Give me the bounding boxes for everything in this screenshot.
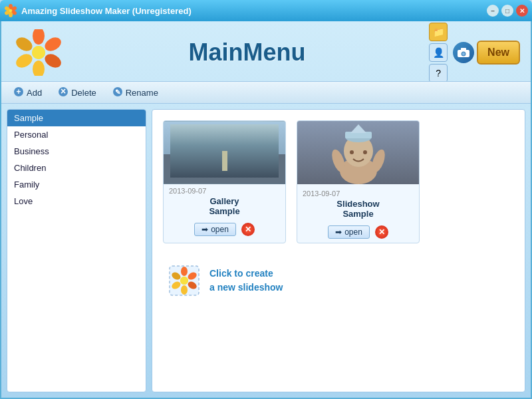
camera-icon: [453, 42, 474, 63]
user-icon-button[interactable]: 👤: [429, 43, 448, 62]
sidebar-item-business[interactable]: Business: [7, 143, 146, 160]
add-button[interactable]: + Add: [7, 85, 49, 100]
header-area: MainMenu 📁 👤 ? New: [1, 21, 531, 81]
sidebar: Sample Personal Business Children Family…: [7, 109, 146, 392]
slideshow-sample-card: 2013-09-07 SlideshowSample ➡ open ✕: [297, 120, 420, 243]
svg-point-33: [182, 141, 198, 154]
sidebar-item-children[interactable]: Children: [7, 160, 146, 176]
rename-button[interactable]: ✎ Rename: [106, 85, 165, 100]
svg-text:+: +: [16, 87, 21, 96]
slideshow-sample-actions: ➡ open ✕: [297, 223, 419, 243]
cards-row: 2013-09-07 GallerySample ➡ open ✕: [163, 120, 514, 243]
gallery-delete-button[interactable]: ✕: [241, 223, 255, 236]
create-new-text: Click to create a new slideshow: [209, 267, 283, 295]
page-title: MainMenu: [65, 39, 429, 66]
svg-rect-29: [249, 131, 276, 161]
gallery-thumbnail: [164, 121, 285, 184]
svg-point-13: [15, 35, 35, 54]
delete-icon: ×: [58, 86, 68, 99]
create-new-slideshow[interactable]: Click to create a new slideshow: [163, 259, 514, 302]
new-button[interactable]: New: [477, 41, 520, 65]
add-icon: +: [13, 86, 24, 99]
create-new-line1: Click to create: [209, 267, 283, 281]
gallery-sample-name: GallerySample: [169, 195, 280, 217]
gallery-sample-actions: ➡ open ✕: [164, 220, 285, 240]
gallery-sample-info: 2013-09-07 GallerySample: [164, 184, 285, 220]
header-actions: 📁 👤 ? New: [429, 23, 520, 82]
content-area: Sample Personal Business Children Family…: [1, 104, 531, 398]
open-icon2: ➡: [335, 227, 342, 237]
svg-point-9: [43, 35, 62, 54]
svg-rect-30: [221, 128, 224, 167]
rename-label: Rename: [126, 88, 158, 98]
svg-point-49: [181, 267, 188, 276]
delete-label: Delete: [71, 88, 96, 98]
app-title-icon: [4, 4, 17, 17]
header-logo: [12, 29, 65, 76]
sidebar-item-family[interactable]: Family: [7, 176, 146, 193]
open-icon: ➡: [201, 225, 208, 234]
svg-rect-31: [206, 131, 245, 139]
close-button[interactable]: ✕: [516, 5, 528, 17]
svg-point-45: [350, 150, 354, 154]
gallery-sample-card: 2013-09-07 GallerySample ➡ open ✕: [163, 120, 286, 243]
svg-rect-34: [189, 153, 192, 161]
create-new-line2: a new slideshow: [209, 281, 283, 295]
title-bar-left: Amazing Slideshow Maker (Unregistered): [4, 4, 192, 17]
main-content: 2013-09-07 GallerySample ➡ open ✕: [152, 109, 525, 392]
slideshow-sample-name: SlideshowSample: [303, 198, 414, 220]
svg-point-46: [363, 150, 367, 154]
svg-rect-32: [209, 141, 242, 149]
slideshow-open-button[interactable]: ➡ open: [328, 225, 370, 239]
create-new-icon: [168, 265, 200, 297]
svg-rect-36: [267, 149, 270, 156]
flower-logo-icon: [15, 29, 62, 76]
toolbar: + Add × Delete ✎ Rename: [1, 81, 531, 104]
svg-point-10: [43, 51, 62, 70]
delete-button[interactable]: × Delete: [51, 85, 103, 100]
svg-rect-26: [164, 154, 285, 184]
slideshow-sample-info: 2013-09-07 SlideshowSample: [297, 187, 419, 223]
gallery-open-button[interactable]: ➡ open: [194, 223, 236, 236]
svg-text:✎: ✎: [115, 88, 120, 96]
sidebar-item-sample[interactable]: Sample: [7, 110, 146, 126]
svg-point-11: [33, 61, 45, 76]
svg-point-18: [462, 53, 465, 55]
title-bar: Amazing Slideshow Maker (Unregistered) –…: [0, 0, 532, 21]
maximize-button[interactable]: □: [501, 5, 513, 17]
rename-icon: ✎: [112, 86, 123, 99]
svg-point-35: [262, 139, 275, 150]
slideshow-sample-date: 2013-09-07: [303, 190, 414, 198]
minimize-button[interactable]: –: [487, 5, 499, 17]
svg-point-8: [33, 29, 45, 45]
svg-text:×: ×: [61, 86, 66, 96]
svg-rect-17: [461, 48, 466, 51]
title-bar-controls: – □ ✕: [487, 5, 528, 17]
add-label: Add: [27, 88, 42, 98]
svg-rect-27: [177, 134, 200, 161]
svg-rect-28: [203, 141, 219, 161]
help-icon-button[interactable]: ?: [429, 64, 448, 82]
svg-rect-25: [164, 122, 285, 184]
gallery-sample-date: 2013-09-07: [169, 187, 280, 195]
main-window: MainMenu 📁 👤 ? New: [0, 21, 532, 399]
svg-point-55: [180, 277, 188, 285]
title-bar-text: Amazing Slideshow Maker (Unregistered): [21, 6, 192, 16]
svg-point-12: [15, 51, 35, 70]
svg-point-52: [181, 285, 188, 295]
sidebar-item-personal[interactable]: Personal: [7, 126, 146, 143]
folder-icon-button[interactable]: 📁: [429, 23, 448, 41]
slideshow-delete-button[interactable]: ✕: [375, 225, 388, 239]
svg-point-14: [32, 46, 45, 59]
slideshow-thumbnail: [297, 121, 419, 187]
sidebar-item-love[interactable]: Love: [7, 193, 146, 209]
